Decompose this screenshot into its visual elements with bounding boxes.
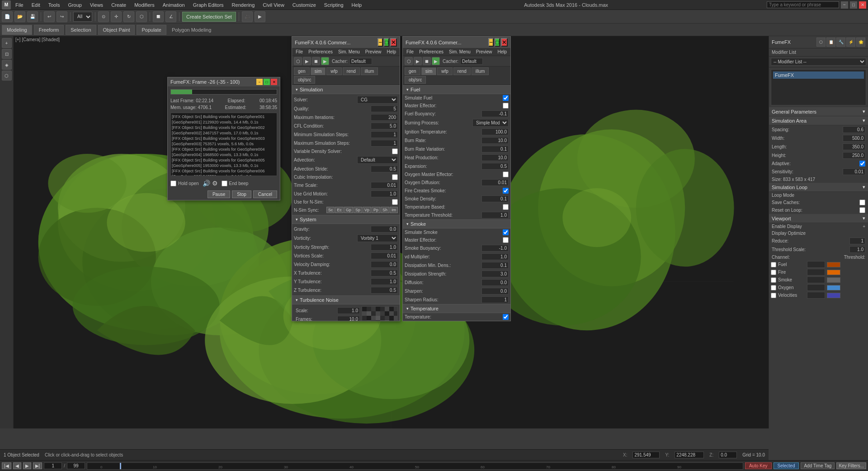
ffx-menu-prefs[interactable]: Preferences	[307, 49, 335, 55]
ffx-icon-2[interactable]: ▶	[303, 57, 311, 65]
fumefx-right-close[interactable]: ✕	[501, 38, 508, 47]
filter-dropdown[interactable]: All	[73, 12, 92, 22]
heat-prod-input[interactable]	[481, 154, 509, 161]
velocities-channel-check[interactable]	[771, 293, 776, 298]
adaptive-check[interactable]	[859, 161, 865, 167]
nsim-check[interactable]	[392, 199, 398, 205]
ffx-menu-sim[interactable]: Sim. Menu	[336, 49, 362, 55]
close-button[interactable]: ✕	[859, 1, 866, 9]
ffx-menu-file[interactable]: File	[294, 49, 305, 55]
menu-item-graph[interactable]: Graph Editors	[189, 1, 227, 9]
modifier-dropdown[interactable]: -- Modifier List --	[771, 58, 866, 66]
sim-loop-header[interactable]: Simulation Loop ▾	[769, 183, 868, 192]
fumefx-left-content[interactable]: Simulation Solver: CG Quality: Maximum I…	[292, 85, 400, 321]
system-section-header[interactable]: System	[292, 215, 400, 224]
tab-sim[interactable]: sim	[311, 67, 326, 75]
menu-item-tools[interactable]: Tools	[45, 1, 64, 9]
new-btn[interactable]: 📄	[2, 11, 13, 22]
menu-item-views[interactable]: Views	[86, 1, 107, 9]
tab-objsrc[interactable]: obj/src	[294, 76, 315, 84]
fuel-channel-check[interactable]	[771, 262, 776, 267]
cfl-input[interactable]	[371, 123, 398, 129]
ffx-icon-play[interactable]: ▶	[321, 57, 329, 65]
fire-channel-check[interactable]	[771, 270, 776, 275]
fumefx-frame-maximize[interactable]: □	[264, 79, 270, 85]
z-turb-input[interactable]	[371, 287, 398, 294]
ffx-menu-preview[interactable]: Preview	[363, 49, 383, 55]
velocities-channel-val[interactable]	[807, 292, 825, 299]
tab-illum[interactable]: illum	[361, 67, 378, 75]
reduce-input[interactable]	[849, 238, 865, 244]
fumefx-frame-minimize[interactable]: −	[256, 79, 263, 85]
menu-item-scripting[interactable]: Scripting	[321, 1, 347, 9]
rp-icon-3[interactable]: 🔧	[836, 38, 845, 47]
fumefx-right-content[interactable]: Fuel Simulate Fuel Master Effector: Fuel…	[403, 85, 510, 321]
nsim-btn-gp[interactable]: Gp	[344, 207, 353, 213]
sharpen-input[interactable]	[481, 288, 509, 295]
ffxr-tab-rend[interactable]: rend	[453, 67, 471, 75]
select-btn[interactable]: ⊙	[98, 11, 109, 22]
ffxr-icon-play[interactable]: ▶	[432, 57, 440, 65]
render-frame-btn[interactable]: ▶	[255, 11, 265, 22]
menu-item-animation[interactable]: Animation	[159, 1, 189, 9]
diss-min-input[interactable]	[481, 262, 509, 269]
cacher-input[interactable]	[349, 58, 372, 65]
fuel-buoy-input[interactable]	[481, 110, 509, 117]
nsim-btn-ec[interactable]: Ec	[335, 207, 344, 213]
nsim-btn-sc[interactable]: Sc	[326, 207, 335, 213]
restore-button[interactable]: □	[850, 1, 857, 9]
frame-total[interactable]	[67, 462, 85, 469]
menu-item-help[interactable]: Help	[348, 1, 366, 9]
ffxr-menu-help[interactable]: Help	[495, 49, 509, 55]
play-btn[interactable]: ▶	[23, 462, 31, 469]
gravity-input[interactable]	[371, 226, 398, 233]
next-frame-btn[interactable]: ▶|	[33, 462, 42, 469]
menu-item-civilview[interactable]: Civil View	[259, 1, 288, 9]
gridmotion-input[interactable]	[371, 190, 398, 197]
smoke-dens-input[interactable]	[481, 195, 509, 202]
modifier-list[interactable]: FumeFX	[771, 69, 866, 105]
oxy-master-check[interactable]	[503, 171, 509, 177]
save-caches-check[interactable]	[859, 200, 865, 205]
left-btn-3[interactable]: ◈	[2, 60, 12, 70]
tab-populate[interactable]: Populate	[137, 25, 166, 35]
nsim-btn-pp[interactable]: Pp	[372, 207, 380, 213]
sim-area-header[interactable]: Simulation Area ▾	[769, 116, 868, 125]
left-btn-4[interactable]: ⬡	[2, 71, 12, 81]
threshold-scale-input[interactable]	[849, 246, 865, 253]
quality-input[interactable]	[371, 105, 398, 112]
menu-item-file[interactable]: File	[12, 1, 27, 9]
move-btn[interactable]: ✛	[111, 11, 122, 22]
y-coord-input[interactable]	[675, 452, 704, 458]
maxiter-input[interactable]	[371, 114, 398, 121]
vel-damp-input[interactable]	[371, 261, 398, 268]
cubic-check[interactable]	[392, 174, 398, 180]
rp-icon-4[interactable]: ⚡	[846, 38, 855, 47]
snap-btn[interactable]: 🔲	[153, 11, 164, 22]
temp-thresh-input[interactable]	[481, 212, 509, 219]
y-turb-input[interactable]	[371, 278, 398, 285]
sensitivity-input[interactable]	[843, 168, 865, 175]
timescale-input[interactable]	[371, 182, 398, 189]
oxygen-channel-val[interactable]	[807, 284, 825, 291]
burn-rate-input[interactable]	[481, 137, 509, 144]
cancel-button[interactable]: Cancel	[253, 190, 277, 198]
ffxr-tab-gen[interactable]: gen	[405, 67, 420, 75]
vardens-check[interactable]	[392, 148, 398, 154]
open-btn[interactable]: 📂	[14, 11, 25, 22]
menu-item-rendering[interactable]: Rendering	[228, 1, 259, 9]
left-btn-1[interactable]: +	[2, 38, 12, 48]
x-coord-input[interactable]	[632, 452, 660, 458]
fumefx-modifier-item[interactable]: FumeFX	[773, 71, 864, 79]
height-input[interactable]	[843, 152, 865, 159]
sim-fuel-check[interactable]	[503, 95, 509, 101]
ffx-icon-3[interactable]: ⏹	[312, 57, 320, 65]
length-input[interactable]	[843, 143, 865, 150]
tab-selection[interactable]: Selection	[66, 25, 96, 35]
menu-item-modifiers[interactable]: Modifiers	[131, 1, 158, 9]
smoke-master-check[interactable]	[503, 237, 509, 243]
spacing-input[interactable]	[843, 126, 865, 133]
ffxr-tab-wfp[interactable]: wfp	[437, 67, 453, 75]
ffxr-menu-prefs[interactable]: Preferences	[417, 49, 445, 55]
tab-object-paint[interactable]: Object Paint	[98, 25, 135, 35]
